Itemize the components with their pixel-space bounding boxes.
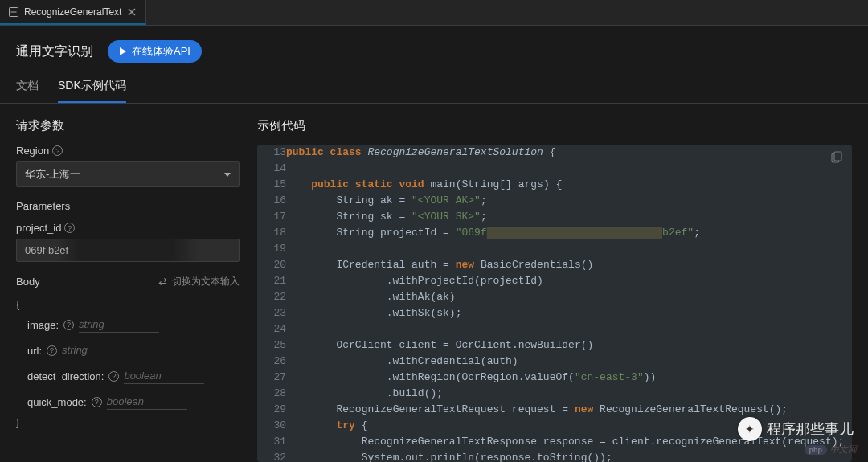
line-number: 26: [257, 354, 286, 370]
code-line: System.out.println(response.toString());: [286, 450, 852, 462]
body-field-name: url:: [27, 345, 42, 357]
body-label: Body: [16, 276, 40, 288]
body-open-brace: {: [16, 296, 240, 312]
code-line: .withAk(ak): [286, 289, 852, 305]
code-line: [286, 321, 852, 337]
line-number: 15: [257, 177, 286, 193]
region-label-row: Region ?: [16, 145, 240, 157]
line-number: 16: [257, 193, 286, 209]
code-line: .withSk(sk);: [286, 305, 852, 321]
watermark-badge: php: [805, 445, 828, 455]
svg-rect-3: [11, 14, 14, 14]
tab-sdk[interactable]: SDK示例代码: [58, 79, 126, 103]
try-api-label: 在线体验API: [132, 44, 190, 59]
line-number: 24: [257, 321, 286, 337]
body-fields: image:?url:?detect_direction:?quick_mode…: [16, 312, 240, 415]
region-label: Region: [16, 145, 49, 157]
help-icon[interactable]: ?: [64, 223, 75, 233]
body-field-row: url:?: [27, 337, 240, 363]
region-select[interactable]: 华东-上海一: [16, 161, 240, 187]
request-params-panel: 请求参数 Region ? 华东-上海一 Parameters project_…: [0, 104, 249, 462]
body-field-name: quick_mode:: [27, 396, 87, 408]
line-number: 14: [257, 161, 286, 177]
code-line: [286, 161, 852, 177]
line-number: 31: [257, 434, 286, 450]
line-number: 20: [257, 257, 286, 273]
code-line: RecognizeGeneralTextRequest request = ne…: [286, 402, 852, 418]
close-icon[interactable]: [126, 6, 137, 18]
code-table: 13public class RecognizeGeneralTextSolut…: [257, 145, 852, 462]
body-field-row: quick_mode:?: [27, 389, 240, 415]
help-icon[interactable]: ?: [92, 397, 102, 407]
line-number: 17: [257, 209, 286, 225]
svg-marker-6: [120, 47, 126, 55]
code-line: .withRegion(OcrRegion.valueOf("cn-east-3…: [286, 370, 852, 386]
try-api-button[interactable]: 在线体验API: [108, 40, 202, 63]
tab-doc[interactable]: 文档: [16, 79, 39, 103]
switch-to-text-input[interactable]: ⇄ 切换为文本输入: [158, 275, 240, 288]
svg-rect-8: [834, 152, 841, 161]
line-number: 25: [257, 337, 286, 354]
body-field-name: detect_direction:: [27, 370, 104, 382]
help-icon[interactable]: ?: [52, 145, 63, 156]
code-line: [286, 241, 852, 257]
play-icon: [119, 46, 127, 58]
parameters-heading: Parameters: [16, 200, 240, 212]
code-line: String ak = "<YOUR AK>";: [286, 193, 852, 209]
watermark-main-text: 程序那些事儿: [767, 419, 854, 439]
body-field-input[interactable]: [79, 317, 159, 333]
code-line: String projectId = "069f████████████████…: [286, 225, 852, 241]
watermark-site-text: 中文网: [830, 444, 857, 456]
code-line: .build();: [286, 386, 852, 402]
line-number: 21: [257, 273, 286, 289]
line-number: 19: [257, 241, 286, 257]
chevron-down-icon: [224, 173, 231, 177]
line-number: 29: [257, 402, 286, 418]
code-line: .withProjectId(projectId): [286, 273, 852, 289]
help-icon[interactable]: ?: [108, 371, 119, 382]
sample-code-panel: 示例代码 13public class RecognizeGeneralText…: [249, 104, 868, 462]
watermark-avatar-icon: ✦: [738, 417, 762, 441]
svg-rect-1: [11, 10, 17, 10]
line-number: 22: [257, 289, 286, 305]
code-line: public static void main(String[] args) {: [286, 177, 852, 193]
watermark-site: php 中文网: [805, 444, 858, 456]
body-field-input[interactable]: [124, 368, 204, 384]
project-id-label: project_id: [16, 222, 61, 234]
line-number: 13: [257, 145, 286, 161]
line-number: 18: [257, 225, 286, 241]
code-line: ICredential auth = new BasicCredentials(…: [286, 257, 852, 273]
help-icon[interactable]: ?: [63, 320, 74, 330]
copy-icon[interactable]: [829, 151, 844, 166]
line-number: 28: [257, 386, 286, 402]
body-close-brace: }: [16, 415, 240, 430]
tab-title: RecognizeGeneralText: [24, 6, 121, 18]
region-value: 华东-上海一: [25, 167, 80, 182]
svg-rect-2: [11, 11, 17, 12]
sub-tabs: 文档 SDK示例代码: [0, 72, 868, 104]
body-field-row: image:?: [27, 312, 240, 337]
editor-tab[interactable]: RecognizeGeneralText: [0, 0, 146, 25]
help-icon[interactable]: ?: [47, 345, 57, 356]
line-number: 23: [257, 305, 286, 321]
body-field-input[interactable]: [62, 342, 142, 358]
page-title: 通用文字识别: [16, 43, 93, 60]
body-field-name: image:: [27, 319, 59, 331]
sample-code-title: 示例代码: [257, 118, 852, 133]
body-field-input[interactable]: [107, 394, 187, 410]
watermark-main: ✦ 程序那些事儿: [738, 417, 854, 441]
swap-icon: ⇄: [158, 276, 167, 288]
code-line: OcrClient client = OcrClient.newBuilder(…: [286, 337, 852, 354]
project-id-field[interactable]: 069f b2ef: [16, 239, 240, 262]
project-id-label-row: project_id ?: [16, 222, 240, 234]
code-line: String sk = "<YOUR SK>";: [286, 209, 852, 225]
line-number: 30: [257, 418, 286, 434]
switch-text-label: 切换为文本输入: [172, 275, 240, 288]
line-number: 27: [257, 370, 286, 386]
line-number: 32: [257, 450, 286, 462]
request-params-title: 请求参数: [16, 118, 240, 133]
header: 通用文字识别 在线体验API: [0, 40, 868, 72]
file-icon: [8, 6, 19, 18]
code-block[interactable]: 13public class RecognizeGeneralTextSolut…: [257, 145, 852, 462]
code-line: .withCredential(auth): [286, 354, 852, 370]
